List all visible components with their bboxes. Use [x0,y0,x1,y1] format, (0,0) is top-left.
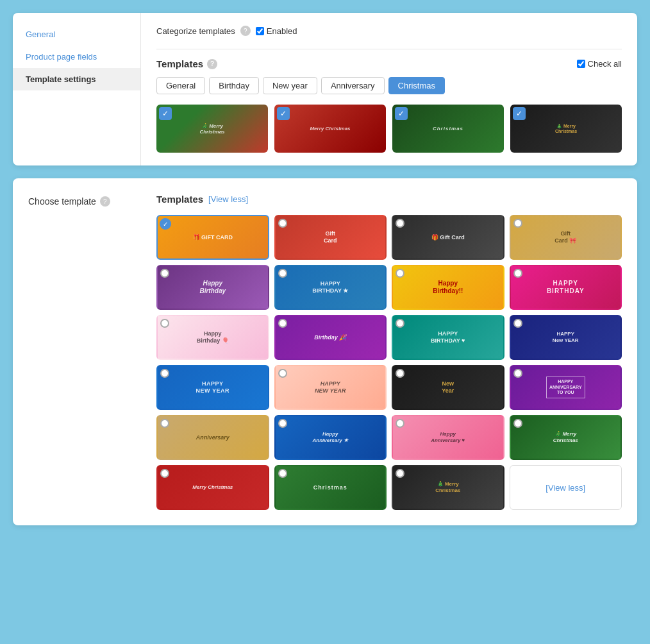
template-xmas-dark2[interactable]: 🎄 MerryChristmas [392,465,504,510]
radio-xmas-green [513,419,522,428]
sidebar-item-product-fields[interactable]: Product page fields [13,46,140,68]
radio-hb-purple2 [278,319,287,328]
check-badge-xmas1 [159,107,172,120]
view-less-box[interactable]: [View less] [510,465,622,510]
template-hb-blue[interactable]: HAPPYBIRTHDAY ★ [274,265,387,310]
check-all-label[interactable]: Check all [577,59,622,69]
hb-pink-text: HAPPYBIRTHDAY [544,277,587,298]
enabled-checkbox[interactable] [256,27,264,35]
radio-hny-peach [278,369,287,378]
template-ann-blue[interactable]: HappyAnniversary ★ [274,415,387,460]
radio-hny-blue [160,369,169,378]
enabled-label: Enabled [267,26,297,36]
template-ann-purple[interactable]: HAPPYANNIVERSARYTO YOU [510,365,622,410]
radio-hb-pink [513,269,522,278]
categorize-help-icon[interactable]: ? [240,26,251,36]
choose-template-label: Choose template ? [28,194,156,510]
templates-title: Templates ? [156,58,217,69]
sidebar-item-general[interactable]: General [13,23,140,46]
tab-general[interactable]: General [156,77,205,94]
radio-ann-blue [278,419,287,428]
radio-xmas-red2 [160,469,169,478]
templates-section-title: Templates [156,194,203,205]
xmas2-label: Merry Christmas [274,105,386,153]
template-ann-pink[interactable]: HappyAnniversary ♥ [392,415,504,460]
choose-template-card: Choose template ? Templates [View less] … [13,178,637,525]
template-xmas-green2[interactable]: Christmas [274,465,387,510]
tab-anniversary[interactable]: Anniversary [321,77,385,94]
template-thumb-xmas3[interactable]: Christmas [392,105,504,153]
xmas1-label: 🎄 MerryChristmas [156,105,268,153]
radio-xmas-green2 [278,469,287,478]
template-hb-yellow[interactable]: HappyBirthday!! [392,265,504,310]
hb-blue-text: HAPPYBIRTHDAY ★ [310,278,351,297]
tab-newyear[interactable]: New year [263,77,317,94]
template-xmas-green[interactable]: 🎄 MerryChristmas [510,415,622,460]
xmas3-label: Christmas [392,105,504,153]
radio-gc-gold [513,219,522,228]
template-gc-gold[interactable]: GiftCard 🎀 [510,215,622,260]
large-template-grid: 🎁 GIFT CARD GiftCard 🎁 Gift Card GiftCar… [156,215,622,510]
template-hb-pink[interactable]: HAPPYBIRTHDAY [510,265,622,310]
xmas4-label: 🎄 MerryChristmas [510,105,622,153]
radio-hb-teal [396,319,404,328]
template-thumb-xmas4[interactable]: 🎄 MerryChristmas [510,105,622,153]
tab-birthday[interactable]: Birthday [209,77,259,94]
template-hb-teal[interactable]: HAPPYBIRTHDAY ♥ [392,315,504,360]
template-hny-dark[interactable]: HAPPYNew YEAR [510,315,622,360]
xmas-dark2-text: 🎄 MerryChristmas [433,479,463,496]
radio-hb-light [160,319,169,328]
template-hb-purple2[interactable]: Birthday 🎉 [274,315,387,360]
template-hny-blue[interactable]: HAPPYNEW YEAR [156,365,269,410]
view-less-top-link[interactable]: [View less] [208,194,248,204]
template-xmas-red2[interactable]: Merry Christmas [156,465,269,510]
sidebar: General Product page fields Template set… [13,13,141,165]
gc-gold-text: GiftCard 🎀 [552,228,579,247]
radio-gc-red [278,219,287,228]
radio-gc-dark [396,219,404,228]
radio-xmas-dark2 [396,469,404,478]
tab-christmas[interactable]: Christmas [388,77,446,94]
sidebar-item-template-settings[interactable]: Template settings [13,68,140,90]
enabled-checkbox-label[interactable]: Enabled [256,26,297,36]
gc-dark-text: 🎁 Gift Card [429,232,467,244]
xmas-red2-text: Merry Christmas [190,482,235,493]
categorize-row: Categorize templates ? Enabled [156,26,622,36]
radio-ann-pink [396,419,404,428]
hb-light-text: HappyBirthday 🎈 [194,328,231,347]
template-hny-peach[interactable]: HAPPYNEW YEAR [274,365,387,410]
template-hb-purple[interactable]: HappyBirthday [156,265,269,310]
template-ann-gold[interactable]: Anniversary [156,415,269,460]
gc-red-text: GiftCard [321,228,340,247]
check-all-checkbox[interactable] [577,60,585,68]
hb-teal-text: HAPPYBIRTHDAY ♥ [428,328,467,347]
settings-content: Categorize templates ? Enabled Templates… [141,13,637,165]
view-less-bottom-link[interactable]: [View less] [546,483,585,493]
check-badge-xmas2 [277,107,290,120]
hny-blue-text: HAPPYNEW YEAR [194,378,232,397]
radio-ann-purple [513,369,522,378]
template-hny-black[interactable]: NewYear [392,365,504,410]
template-gc-dark[interactable]: 🎁 Gift Card [392,215,504,260]
hb-purple2-text: Birthday 🎉 [312,332,349,344]
template-gc-orange[interactable]: 🎁 GIFT CARD [156,215,269,260]
templates-section: Templates [View less] 🎁 GIFT CARD GiftCa… [156,194,622,510]
radio-hb-yellow [396,269,404,278]
check-badge-xmas4 [513,107,526,120]
hny-black-text: NewYear [439,378,456,397]
template-hb-light[interactable]: HappyBirthday 🎈 [156,315,269,360]
hny-peach-text: HAPPYNEW YEAR [312,378,348,397]
ann-blue-text: HappyAnniversary ★ [310,428,351,446]
hb-purple-text: HappyBirthday [197,277,228,298]
choose-template-help-icon[interactable]: ? [100,196,110,207]
gc-orange-text: 🎁 GIFT CARD [190,232,236,244]
xmas-green2-text: Christmas [311,482,350,494]
filter-tabs: General Birthday New year Anniversary Ch… [156,77,622,94]
template-thumb-xmas1[interactable]: 🎄 MerryChristmas [156,105,268,153]
template-thumb-xmas2[interactable]: Merry Christmas [274,105,386,153]
hny-dark-text: HAPPYNew YEAR [550,328,581,346]
template-gc-red[interactable]: GiftCard [274,215,387,260]
radio-hny-dark [513,319,522,328]
ann-purple-text: HAPPYANNIVERSARYTO YOU [546,377,585,398]
templates-help-icon[interactable]: ? [207,59,217,69]
